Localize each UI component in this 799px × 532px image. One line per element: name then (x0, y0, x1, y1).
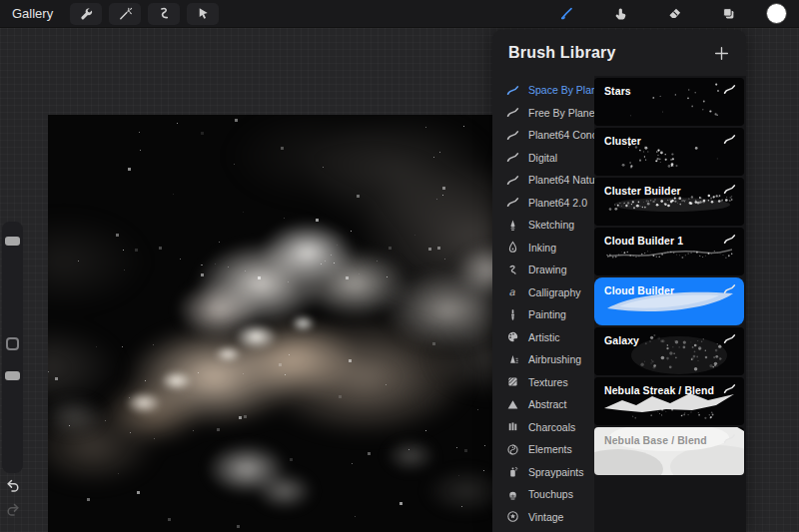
brush-stroke-icon (505, 106, 519, 120)
undo-button[interactable] (5, 477, 21, 493)
star-circle-icon (505, 510, 519, 524)
category-vintage[interactable]: Vintage (492, 506, 594, 529)
brush-card-stars[interactable]: Stars (594, 78, 744, 126)
brush-name: Nebula Streak / Blend (604, 384, 714, 396)
brush-card-galaxy[interactable]: Galaxy (594, 327, 744, 375)
smudge-tool-button[interactable] (604, 3, 636, 25)
add-brush-button[interactable] (713, 45, 730, 62)
paint-brush-icon (559, 6, 574, 21)
category-sketching[interactable]: Sketching (492, 214, 594, 237)
magic-wand-icon (118, 6, 133, 21)
brush-card-nebula-streak-blend[interactable]: Nebula Streak / Blend (594, 377, 744, 425)
category-abstract[interactable]: Abstract (492, 393, 594, 416)
smudge-finger-icon (613, 6, 628, 21)
brush-size-slider[interactable] (5, 237, 20, 246)
brush-name: Stars (604, 85, 631, 97)
category-planet64-nature[interactable]: Planet64 Nature (492, 169, 594, 192)
category-space-by-planet64[interactable]: Space By Planet64 (492, 79, 594, 102)
redo-icon (5, 501, 21, 517)
selection-icon (157, 6, 172, 21)
category-free-by-planet64[interactable]: Free By Planet64 (492, 102, 594, 125)
transform-button[interactable] (187, 3, 219, 25)
triangle-icon (505, 397, 519, 411)
category-textures[interactable]: Textures (492, 371, 594, 394)
brush-name: Galaxy (604, 334, 639, 346)
adjustments-button[interactable] (109, 3, 141, 25)
calligraphy-a-icon: a (505, 285, 519, 299)
category-calligraphy[interactable]: a Calligraphy (492, 281, 594, 304)
element-circle-icon (505, 442, 519, 456)
brush-name: Cloud Builder 1 (604, 235, 683, 247)
actions-button[interactable] (70, 3, 102, 25)
brush-name: Cloud Builder (604, 284, 674, 296)
category-label: Sketching (528, 219, 574, 231)
brush-category-list: Space By Planet64 Free By Planet64 Plane… (492, 76, 594, 532)
sidebar-slider-strip[interactable] (2, 222, 23, 473)
painting-brush-icon (505, 307, 519, 321)
category-label: Abstract (528, 398, 567, 410)
category-label: Spraypaints (528, 466, 583, 478)
brush-stroke-icon (723, 432, 736, 445)
opacity-slider[interactable] (5, 371, 20, 380)
erase-tool-button[interactable] (658, 3, 690, 25)
modify-button[interactable] (6, 337, 19, 350)
category-label: Vintage (528, 511, 563, 523)
category-airbrushing[interactable]: Airbrushing (492, 348, 594, 371)
plus-icon (713, 45, 730, 62)
brush-stroke-icon (723, 83, 736, 96)
canvas-puff-layer (48, 115, 492, 532)
category-label: Airbrushing (528, 353, 581, 365)
redo-button[interactable] (5, 501, 21, 517)
category-label: Touchups (528, 488, 573, 500)
category-painting[interactable]: Painting (492, 303, 594, 326)
brush-card-cloud-builder[interactable]: Cloud Builder (594, 277, 744, 325)
hatch-square-icon (505, 375, 519, 389)
category-spraypaints[interactable]: Spraypaints (492, 461, 594, 484)
category-digital[interactable]: Digital (492, 147, 594, 170)
ink-drop-icon (505, 241, 519, 255)
layers-icon (721, 6, 736, 21)
brush-stroke-icon (723, 282, 736, 295)
panel-title: Brush Library (508, 44, 616, 62)
layers-button[interactable] (712, 3, 744, 25)
category-artistic[interactable]: Artistic (492, 326, 594, 349)
selection-button[interactable] (148, 3, 180, 25)
canvas-star-specks (48, 115, 49, 116)
brush-stroke-icon (723, 233, 736, 246)
category-label: Textures (528, 376, 568, 388)
category-label: Charcoals (528, 421, 575, 433)
transform-arrow-icon (196, 6, 211, 21)
brush-stroke-icon (723, 133, 736, 146)
makeup-brush-icon (505, 487, 519, 501)
category-elements[interactable]: Elements (492, 438, 594, 461)
category-touchups[interactable]: Touchups (492, 483, 594, 506)
category-planet64-2-0[interactable]: Planet64 2.0 (492, 192, 594, 215)
category-charcoals[interactable]: Charcoals (492, 416, 594, 439)
category-inking[interactable]: Inking (492, 237, 594, 260)
top-toolbar: Gallery (0, 0, 799, 28)
brush-stroke-icon (505, 128, 519, 142)
pencil-tip-icon (505, 218, 519, 232)
brush-card-cloud-builder-1[interactable]: Cloud Builder 1 (594, 228, 744, 275)
brush-card-cluster-builder[interactable]: Cluster Builder (594, 178, 744, 226)
brush-card-cluster[interactable]: Cluster (594, 128, 744, 176)
category-label: Drawing (528, 264, 567, 275)
color-swatch[interactable] (766, 3, 787, 24)
gallery-button[interactable]: Gallery (12, 6, 53, 21)
category-label: Artistic (528, 331, 560, 343)
workspace: Brush Library Space By Planet64 Free By … (0, 28, 799, 532)
undo-icon (5, 477, 21, 493)
squiggle-icon (505, 263, 519, 276)
category-label: Digital (528, 152, 557, 164)
canvas[interactable] (48, 115, 492, 532)
category-label: Planet64 2.0 (528, 197, 587, 209)
brush-name: Cluster (604, 135, 641, 147)
category-planet64-concept[interactable]: Planet64 Concept (492, 124, 594, 147)
category-drawing[interactable]: Drawing (492, 259, 594, 281)
brush-card-nebula-base-blend[interactable]: Nebula Base / Blend (594, 427, 744, 475)
spray-can-icon (505, 465, 519, 479)
brush-stroke-icon (723, 183, 736, 196)
brush-stroke-icon (505, 173, 519, 187)
brush-stroke-icon (505, 151, 519, 165)
paint-tool-button[interactable] (550, 3, 582, 25)
